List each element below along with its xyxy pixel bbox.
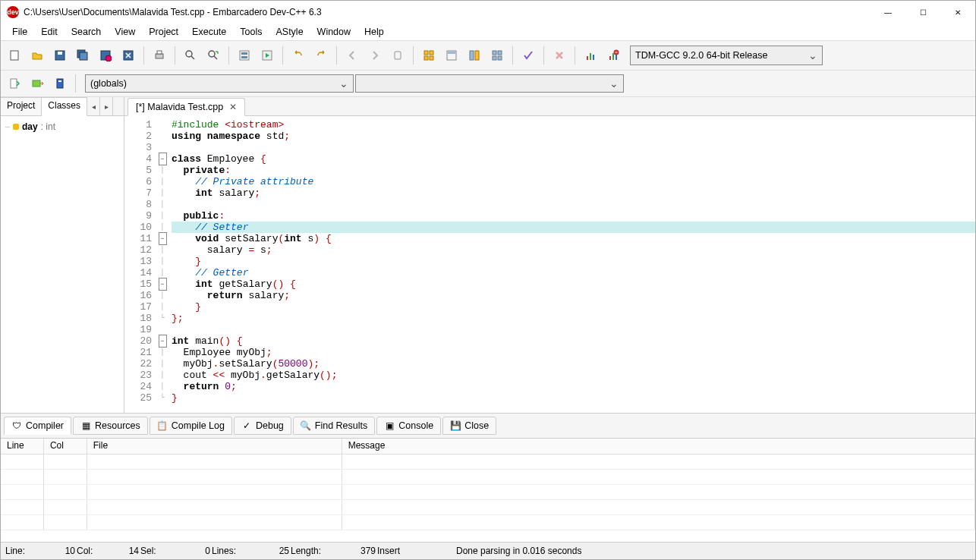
field-icon [13,124,19,130]
app-icon: dev [7,6,19,18]
bottom-tab-debug[interactable]: ✓Debug [234,417,291,435]
grid-col-message[interactable]: Message [342,439,975,454]
status-col-label: Col: [77,546,99,556]
compiler-selector[interactable]: TDM-GCC 9.2.0 64-bit Release [630,46,823,65]
code-lines[interactable]: #include <iostream>using namespace std;c… [168,116,975,413]
svg-rect-39 [58,80,61,82]
layout-4-button[interactable] [486,45,508,66]
compile-button[interactable] [234,45,255,66]
svg-rect-29 [587,56,588,60]
sidebar-tabs: Project Classes ◂ ▸ [1,97,124,116]
close-icon: 💾 [450,420,461,431]
svg-rect-26 [498,51,502,55]
class-tree-item[interactable]: ┈ day : int [4,121,121,133]
svg-rect-19 [424,56,428,60]
grid-row [1,455,975,470]
grid-col-col[interactable]: Col [44,439,87,454]
delete-profile-button[interactable] [603,45,624,66]
status-col-value: 14 [101,546,139,556]
save-as-button[interactable] [95,45,116,66]
scope-combo[interactable]: (globals) [85,74,354,93]
bottom-tab-console[interactable]: ▣Console [376,417,441,435]
menu-astyle[interactable]: AStyle [269,25,310,39]
file-tab-close-icon[interactable]: ✕ [229,102,237,112]
undo-button[interactable] [288,45,309,66]
file-tab[interactable]: [*] Malavida Test.cpp ✕ [128,98,245,116]
window-controls: — ☐ ✕ [871,1,975,24]
menubar: FileEditSearchViewProjectExecuteToolsASt… [1,24,975,40]
menu-view[interactable]: View [108,25,142,39]
debug-icon: ✓ [241,420,252,431]
sidebar-tab-classes[interactable]: Classes [42,97,87,116]
bottom-tab-compiler[interactable]: 🛡Compiler [4,417,71,435]
svg-rect-12 [240,51,249,60]
svg-rect-18 [430,51,433,55]
svg-rect-16 [395,52,401,59]
svg-rect-36 [11,79,17,88]
insert-button[interactable] [27,73,48,94]
menu-tools[interactable]: Tools [233,25,269,39]
grid-row [1,500,975,515]
menu-help[interactable]: Help [357,25,391,39]
layout-2-button[interactable] [441,45,462,66]
grid-row [1,485,975,500]
menu-window[interactable]: Window [310,25,357,39]
close-button[interactable]: ✕ [940,1,975,24]
bottom-tab-compile-log[interactable]: 📋Compile Log [150,417,232,435]
fold-column: −││││││−│││−││└−││││└ [156,116,168,413]
bookmark-icon[interactable] [49,73,71,94]
statusbar: Line: 10 Col: 14 Sel: 0 Lines: 25 Length… [1,542,975,559]
grid-col-file[interactable]: File [87,439,342,454]
svg-rect-2 [58,52,62,55]
run-button[interactable] [257,45,278,66]
menu-search[interactable]: Search [65,25,109,39]
status-length-label: Length: [291,546,329,556]
layout-1-button[interactable] [418,45,439,66]
sidebar-tab-next[interactable]: ▸ [100,97,113,115]
profile-button[interactable] [580,45,601,66]
save-all-button[interactable] [72,45,93,66]
layout-3-button[interactable] [464,45,485,66]
bottom-tab-close[interactable]: 💾Close [442,417,496,435]
replace-button[interactable] [203,45,224,66]
editor-area: [*] Malavida Test.cpp ✕ 1234567891011121… [124,97,975,413]
toggle-bookmark-button[interactable] [387,45,408,66]
code-editor[interactable]: 1234567891011121314151617181920212223242… [124,116,975,413]
bookmark-prev-button[interactable] [342,45,363,66]
save-button[interactable] [49,45,71,66]
goto-button[interactable] [4,73,25,94]
status-sel-label: Sel: [140,546,163,556]
sidebar-tab-prev[interactable]: ◂ [87,97,100,115]
maximize-button[interactable]: ☐ [905,1,940,24]
status-length-value: 379 [330,546,376,556]
grid-body [1,455,975,530]
grid-row [1,470,975,485]
menu-edit[interactable]: Edit [34,25,65,39]
stop-button[interactable] [549,45,570,66]
menu-execute[interactable]: Execute [185,25,233,39]
find-button[interactable] [180,45,201,66]
compiler-output-panel: LineColFileMessage [1,438,975,542]
bookmark-next-button[interactable] [364,45,386,66]
open-file-button[interactable] [27,45,48,66]
member-combo[interactable] [355,74,624,93]
close-file-button[interactable] [118,45,139,66]
bottom-tab-resources[interactable]: ▦Resources [73,417,148,435]
sidebar-tab-project[interactable]: Project [1,97,42,115]
svg-point-6 [105,55,112,61]
status-lines-label: Lines: [212,546,242,556]
svg-rect-37 [33,80,40,87]
new-file-button[interactable] [4,45,25,66]
svg-rect-31 [593,55,594,60]
check-button[interactable] [518,45,539,66]
svg-rect-24 [475,51,479,60]
grid-col-line[interactable]: Line [1,439,44,454]
print-button[interactable] [149,45,170,66]
menu-file[interactable]: File [5,25,34,39]
bottom-tab-find-results[interactable]: 🔍Find Results [293,417,375,435]
status-line-value: 10 [37,546,75,556]
redo-button[interactable] [310,45,332,66]
minimize-button[interactable]: — [871,1,905,24]
tree-item-name: day [22,121,38,132]
menu-project[interactable]: Project [142,25,185,39]
